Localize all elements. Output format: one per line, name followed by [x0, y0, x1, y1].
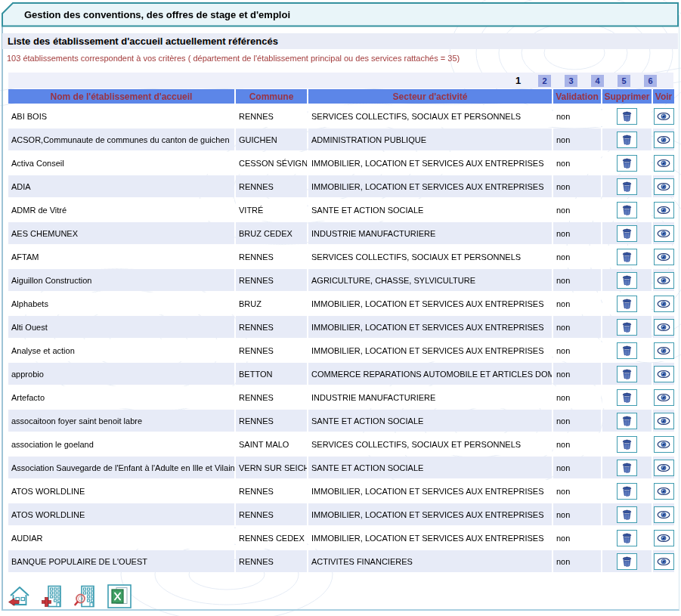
- eye-icon: [657, 440, 670, 449]
- eye-icon: [657, 510, 670, 519]
- delete-button[interactable]: [617, 530, 637, 546]
- cell-voir: [653, 339, 674, 361]
- delete-button[interactable]: [617, 342, 637, 359]
- cell-secteur: COMMERCE REPARATIONS AUTOMOBILE ET ARTIC…: [308, 363, 552, 385]
- eye-icon: [657, 159, 670, 168]
- cell-validation: non: [553, 363, 601, 385]
- cell-supprimer: [602, 457, 652, 478]
- cell-supprimer: [602, 503, 652, 525]
- add-establishment-button[interactable]: [41, 584, 65, 608]
- page-link-5[interactable]: 5: [618, 75, 630, 87]
- cell-validation: non: [553, 222, 601, 244]
- delete-button[interactable]: [617, 225, 637, 242]
- cell-nom: Aiguillon Construction: [8, 269, 234, 291]
- export-excel-icon: [107, 584, 132, 608]
- page-link-6[interactable]: 6: [644, 75, 657, 87]
- cell-voir: [653, 105, 674, 127]
- view-button[interactable]: [654, 155, 674, 172]
- delete-button[interactable]: [617, 296, 637, 312]
- export-excel-button[interactable]: [107, 584, 132, 608]
- eye-icon: [657, 416, 670, 426]
- view-button[interactable]: [654, 272, 674, 289]
- cell-commune: BRUZ: [236, 293, 307, 314]
- delete-button[interactable]: [617, 436, 637, 453]
- delete-button[interactable]: [617, 272, 637, 289]
- column-header-secteur: Secteur d'activité: [308, 89, 552, 104]
- cell-voir: [653, 480, 674, 502]
- delete-button[interactable]: [617, 155, 637, 172]
- delete-button[interactable]: [617, 483, 637, 500]
- cell-voir: [653, 269, 674, 291]
- eye-icon: [657, 299, 670, 308]
- cell-nom: assocaitoon foyer saint benoit labre: [8, 410, 234, 432]
- view-button[interactable]: [654, 202, 674, 218]
- cell-secteur: ACTIVITES FINANCIERES: [308, 550, 552, 572]
- trash-icon: [621, 415, 633, 427]
- view-button[interactable]: [654, 506, 674, 523]
- search-establishment-button[interactable]: [74, 584, 98, 608]
- cell-nom: AUDIAR: [8, 527, 234, 549]
- delete-button[interactable]: [617, 132, 637, 148]
- delete-button[interactable]: [617, 413, 637, 429]
- page-link-4[interactable]: 4: [591, 75, 604, 87]
- cell-supprimer: [602, 339, 652, 361]
- cell-commune: RENNES: [236, 246, 307, 268]
- cell-voir: [653, 293, 674, 314]
- pagination: 123456: [8, 73, 673, 88]
- delete-button[interactable]: [617, 366, 637, 382]
- column-header-commune: Commune: [236, 89, 307, 104]
- page-link-2[interactable]: 2: [538, 75, 551, 87]
- page-link-3[interactable]: 3: [565, 75, 577, 87]
- cell-validation: non: [553, 339, 601, 361]
- delete-button[interactable]: [617, 249, 637, 265]
- delete-button[interactable]: [617, 178, 637, 195]
- view-button[interactable]: [654, 132, 674, 148]
- delete-button[interactable]: [617, 506, 637, 523]
- delete-button[interactable]: [617, 202, 637, 218]
- cell-validation: non: [553, 386, 601, 408]
- delete-button[interactable]: [617, 460, 637, 476]
- cell-nom: AFTAM: [8, 246, 234, 268]
- cell-voir: [653, 246, 674, 268]
- trash-icon: [621, 485, 633, 497]
- view-button[interactable]: [654, 249, 674, 265]
- view-button[interactable]: [654, 296, 674, 312]
- cell-commune: RENNES: [236, 386, 307, 408]
- delete-button[interactable]: [617, 389, 637, 406]
- eye-icon: [657, 534, 670, 543]
- cell-commune: RENNES: [236, 550, 307, 572]
- view-button[interactable]: [654, 389, 674, 406]
- view-button[interactable]: [654, 553, 674, 570]
- cell-nom: Association Sauvegarde de l'Enfant à l'A…: [8, 457, 234, 478]
- view-button[interactable]: [654, 483, 674, 500]
- delete-button[interactable]: [617, 108, 637, 125]
- cell-voir: [653, 410, 674, 432]
- cell-nom: ATOS WORLDLINE: [8, 503, 234, 525]
- view-button[interactable]: [654, 460, 674, 476]
- view-button[interactable]: [654, 108, 674, 125]
- view-button[interactable]: [654, 436, 674, 453]
- view-button[interactable]: [654, 366, 674, 382]
- trash-icon: [621, 228, 633, 240]
- cell-voir: [653, 175, 674, 197]
- trash-icon: [621, 321, 633, 333]
- view-button[interactable]: [654, 319, 674, 336]
- home-back-button[interactable]: [8, 584, 32, 608]
- view-button[interactable]: [654, 225, 674, 242]
- page-link-1[interactable]: 1: [512, 75, 525, 86]
- cell-nom: BANQUE POPULAIRE DE L'OUEST: [8, 550, 234, 572]
- eye-icon: [657, 135, 670, 144]
- view-button[interactable]: [654, 413, 674, 429]
- cell-voir: [653, 386, 674, 408]
- view-button[interactable]: [654, 178, 674, 195]
- cell-voir: [653, 457, 674, 478]
- trash-icon: [621, 157, 633, 169]
- view-button[interactable]: [654, 342, 674, 359]
- delete-button[interactable]: [617, 319, 637, 336]
- trash-icon: [621, 274, 633, 286]
- cell-supprimer: [602, 386, 652, 408]
- cell-supprimer: [602, 293, 652, 314]
- delete-button[interactable]: [617, 553, 637, 570]
- view-button[interactable]: [654, 530, 674, 546]
- trash-icon: [621, 532, 633, 544]
